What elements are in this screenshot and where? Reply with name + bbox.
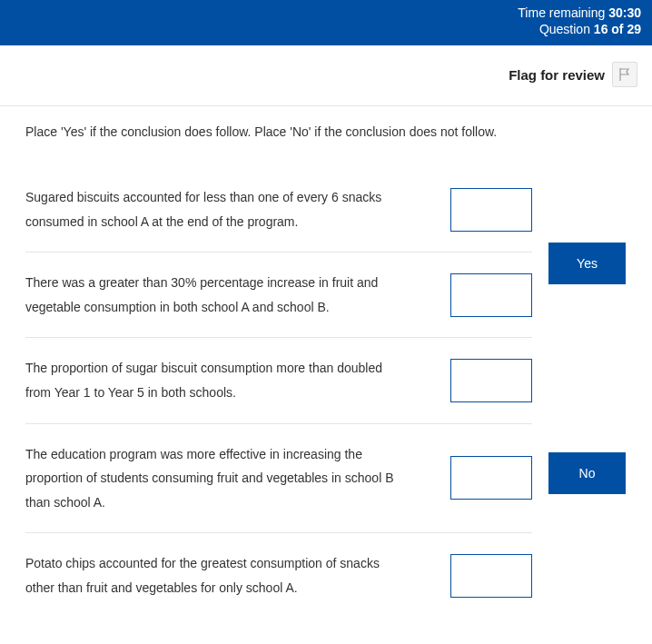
yes-option-button[interactable]: Yes (548, 243, 626, 284)
statement-row: The proportion of sugar biscuit consumpt… (25, 338, 532, 423)
flag-label: Flag for review (509, 67, 605, 83)
statement-text: The proportion of sugar biscuit consumpt… (25, 356, 414, 404)
statement-text: Potato chips accounted for the greatest … (25, 551, 414, 599)
statement-text: The education program was more effective… (25, 442, 414, 515)
statement-row: The education program was more effective… (25, 424, 532, 534)
time-value: 30:30 (608, 5, 641, 20)
question-current: 16 (594, 22, 608, 36)
flag-review-button[interactable] (612, 62, 637, 87)
question-column: Place 'Yes' if the conclusion does follo… (25, 106, 532, 619)
statement-row: Sugared biscuits accounted for less than… (25, 167, 532, 253)
answer-dropzone[interactable] (450, 554, 532, 598)
question-counter: Question 16 of 29 (11, 22, 641, 36)
flag-bar: Flag for review (0, 45, 652, 106)
time-remaining: Time remaining 30:30 (11, 5, 641, 20)
statement-row: There was a greater than 30% percentage … (25, 253, 532, 338)
answer-dropzone[interactable] (450, 456, 532, 500)
instructions: Place 'Yes' if the conclusion does follo… (25, 123, 532, 142)
question-of: of (611, 22, 623, 36)
content: Place 'Yes' if the conclusion does follo… (0, 106, 652, 633)
no-option-button[interactable]: No (548, 452, 626, 494)
statement-text: There was a greater than 30% percentage … (25, 271, 414, 319)
options-column: Yes No (532, 106, 627, 619)
flag-icon (617, 67, 632, 82)
answer-dropzone[interactable] (450, 188, 532, 232)
question-label: Question (539, 22, 590, 36)
question-total: 29 (627, 22, 641, 36)
statement-row: Potato chips accounted for the greatest … (25, 533, 532, 618)
statement-text: Sugared biscuits accounted for less than… (25, 185, 414, 233)
time-label: Time remaining (518, 5, 605, 20)
answer-dropzone[interactable] (450, 273, 532, 317)
quiz-header: Time remaining 30:30 Question 16 of 29 (0, 0, 652, 45)
answer-dropzone[interactable] (450, 359, 532, 402)
